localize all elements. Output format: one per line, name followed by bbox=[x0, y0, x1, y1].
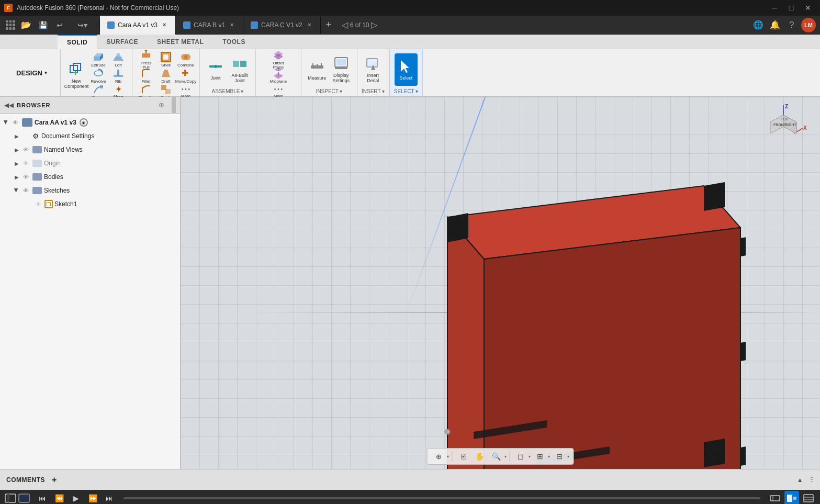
maximize-button[interactable]: □ bbox=[783, 0, 799, 16]
tab-cara-c[interactable]: CARA C V1 v2 ✕ bbox=[243, 16, 321, 35]
first-frame-button[interactable]: ⏮ bbox=[36, 491, 49, 504]
play-button[interactable]: ▶ bbox=[69, 491, 83, 504]
browser-item-origin[interactable]: ▶ 👁 Origin bbox=[0, 156, 180, 170]
prev-frame-button[interactable]: ⏪ bbox=[52, 491, 66, 504]
fit-screen-button[interactable]: ⊕ bbox=[432, 449, 446, 464]
bodies-vis-icon[interactable]: 👁 bbox=[21, 172, 30, 182]
tab-close-cara-b[interactable]: ✕ bbox=[228, 21, 235, 29]
app-menu-icon[interactable] bbox=[4, 19, 17, 31]
browser-root-item[interactable]: ▶ 👁 Cara AA v1 v3 ◉ bbox=[0, 116, 180, 129]
named-views-arrow[interactable]: ▶ bbox=[13, 145, 21, 154]
tab-close-cara-c[interactable]: ✕ bbox=[306, 21, 313, 29]
insert-group-label[interactable]: INSERT ▾ bbox=[362, 88, 385, 94]
browser-item-sketch1[interactable]: ▶ 👁 Sketch1 bbox=[0, 197, 180, 211]
copy-button[interactable]: ⎘ bbox=[456, 449, 470, 464]
user-avatar[interactable]: LM bbox=[801, 18, 816, 32]
root-visibility-icon[interactable]: 👁 bbox=[10, 118, 20, 127]
ribbon-tab-surface[interactable]: SURFACE bbox=[97, 35, 148, 49]
save-button[interactable]: 💾 bbox=[36, 19, 50, 31]
display-mode-dropdown[interactable]: ◻ ▾ bbox=[513, 449, 531, 464]
world-icon[interactable]: 🌐 bbox=[751, 18, 766, 32]
rib-button[interactable]: Rib bbox=[109, 68, 128, 83]
display-mode-button[interactable]: ◻ bbox=[513, 449, 528, 464]
browser-item-bodies[interactable]: ▶ 👁 Bodies bbox=[0, 170, 180, 184]
comments-add-button[interactable]: + bbox=[49, 475, 60, 485]
fillet-button[interactable]: Fillet bbox=[137, 68, 155, 83]
zoom-dropdown[interactable]: 🔍 ▾ bbox=[489, 449, 507, 464]
animation-timeline[interactable] bbox=[123, 497, 760, 499]
browser-pin-button[interactable]: ⊕ bbox=[156, 100, 166, 110]
extrude-button[interactable]: Extrude bbox=[89, 51, 108, 67]
grid-dropdown[interactable]: ⊞ ▾ bbox=[533, 449, 550, 464]
last-frame-button[interactable]: ⏭ bbox=[103, 491, 116, 504]
as-built-joint-button[interactable]: As-BuiltJoint bbox=[228, 53, 251, 86]
notification-icon[interactable]: 🔔 bbox=[768, 18, 782, 32]
root-expand-arrow[interactable]: ▶ bbox=[2, 118, 10, 127]
zoom-button[interactable]: 🔍 bbox=[489, 449, 504, 464]
browser-item-doc-settings[interactable]: ▶ 👁 ⚙ Document Settings bbox=[0, 129, 180, 143]
assemble-group-label[interactable]: ASSEMBLE ▾ bbox=[212, 88, 244, 94]
undo-button[interactable]: ↩ bbox=[52, 19, 67, 31]
offset-plane-button[interactable]: Offset Plane bbox=[269, 51, 288, 67]
viewcube-dropdown[interactable]: ⊟ ▾ bbox=[552, 449, 569, 464]
tab-cara-b[interactable]: CARA B v1 ✕ bbox=[176, 16, 243, 35]
draft-button[interactable]: Draft bbox=[156, 68, 175, 83]
add-tab-button[interactable]: + bbox=[321, 16, 336, 35]
anim-settings-button[interactable] bbox=[801, 491, 816, 504]
main-area: ◀◀ BROWSER ⊕ ▶ 👁 Cara AA v1 v3 ◉ ▶ 👁 ⚙ D… bbox=[0, 97, 820, 469]
minimize-button[interactable]: ─ bbox=[767, 0, 782, 16]
midplane-button[interactable]: Midplane bbox=[269, 68, 288, 83]
select-group-label[interactable]: SELECT ▾ bbox=[394, 88, 418, 94]
fit-screen-dropdown[interactable]: ⊕ ▾ bbox=[432, 449, 449, 464]
sketches-arrow[interactable]: ▶ bbox=[13, 186, 21, 195]
pan-button[interactable]: ✋ bbox=[473, 449, 487, 464]
anim-frame-selector[interactable] bbox=[4, 492, 30, 504]
doc-settings-arrow[interactable]: ▶ bbox=[13, 132, 21, 140]
tab-close-cara-aa[interactable]: ✕ bbox=[161, 21, 168, 29]
open-menu-button[interactable]: 📂 bbox=[19, 19, 33, 31]
viewport[interactable]: Z X FRONT RIGHT TOP bbox=[181, 97, 820, 469]
help-icon[interactable]: ? bbox=[784, 18, 799, 32]
origin-vis-icon[interactable]: 👁 bbox=[21, 159, 30, 168]
move-button[interactable]: ✚ Move/Copy bbox=[176, 68, 195, 83]
ribbon-tab-solid[interactable]: SOLID bbox=[58, 35, 97, 49]
close-button[interactable]: ✕ bbox=[800, 0, 816, 16]
sketch1-vis-icon[interactable]: 👁 bbox=[33, 199, 43, 209]
ribbon-tab-tools[interactable]: TOOLS bbox=[213, 35, 255, 49]
browser-collapse-button[interactable]: ◀◀ bbox=[4, 102, 14, 109]
comments-drag-handle[interactable] bbox=[810, 472, 814, 488]
loft-button[interactable]: Loft bbox=[109, 51, 128, 67]
anim-tool1[interactable] bbox=[768, 491, 782, 504]
display-settings-button[interactable]: DisplaySettings bbox=[330, 53, 353, 86]
press-pull-button[interactable]: Press Pull bbox=[137, 51, 155, 67]
browser-separator-handle[interactable] bbox=[172, 97, 176, 113]
select-button[interactable]: Select bbox=[395, 53, 418, 86]
view-cube[interactable]: Z X FRONT RIGHT TOP bbox=[760, 102, 807, 149]
insert-decal-button[interactable]: InsertDecal bbox=[362, 53, 385, 86]
revolve-button[interactable]: Revolve bbox=[89, 68, 108, 83]
svg-marker-54 bbox=[740, 236, 746, 256]
new-component-button[interactable]: NewComponent bbox=[65, 59, 88, 92]
inspect-group-label[interactable]: INSPECT ▾ bbox=[316, 88, 342, 94]
joint-button[interactable]: Joint bbox=[204, 53, 227, 86]
tab-cara-aa[interactable]: Cara AA v1 v3 ✕ bbox=[100, 16, 176, 35]
next-frame-button[interactable]: ⏩ bbox=[86, 491, 99, 504]
shell-button[interactable]: Shell bbox=[156, 51, 175, 67]
redo-button[interactable]: ↪▾ bbox=[69, 19, 95, 31]
origin-arrow[interactable]: ▶ bbox=[13, 159, 21, 167]
anim-tool2[interactable] bbox=[784, 491, 799, 504]
ribbon-tab-sheet-metal[interactable]: SHEET METAL bbox=[148, 35, 213, 49]
sketches-vis-icon[interactable]: 👁 bbox=[21, 186, 30, 195]
named-views-vis-icon[interactable]: 👁 bbox=[21, 145, 30, 154]
bodies-arrow[interactable]: ▶ bbox=[13, 173, 21, 181]
browser-panel: ◀◀ BROWSER ⊕ ▶ 👁 Cara AA v1 v3 ◉ ▶ 👁 ⚙ D… bbox=[0, 97, 181, 469]
comments-collapse-button[interactable]: ▲ bbox=[795, 475, 805, 485]
browser-item-sketches[interactable]: ▶ 👁 Sketches bbox=[0, 184, 180, 197]
browser-item-named-views[interactable]: ▶ 👁 Named Views bbox=[0, 143, 180, 156]
root-target-icon[interactable]: ◉ bbox=[80, 118, 88, 127]
design-button[interactable]: DESIGN ▾ bbox=[3, 49, 61, 96]
combine-button[interactable]: Combine bbox=[176, 51, 195, 67]
measure-button[interactable]: Measure bbox=[306, 53, 329, 86]
grid-button[interactable]: ⊞ bbox=[533, 449, 547, 464]
viewcube-button[interactable]: ⊟ bbox=[552, 449, 567, 464]
